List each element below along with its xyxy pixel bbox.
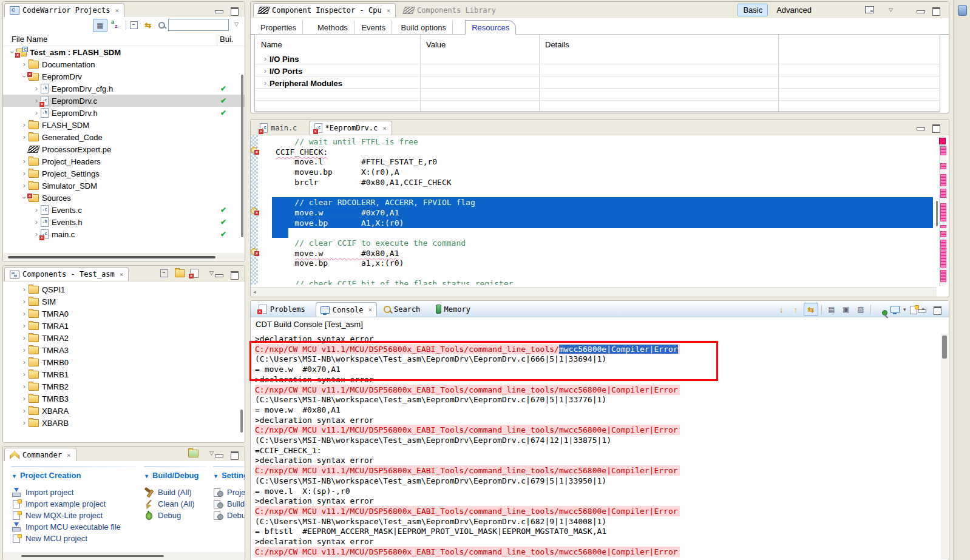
- commander-item-new-mcu-project[interactable]: New MCU project: [12, 534, 87, 543]
- chevron-right-icon[interactable]: ›: [20, 121, 29, 129]
- chevron-right-icon[interactable]: ›: [20, 322, 29, 330]
- scroll-lock-icon[interactable]: ▣: [839, 303, 853, 315]
- chevron-right-icon[interactable]: ›: [261, 79, 270, 87]
- group-title-setting[interactable]: ▼Setting: [213, 471, 245, 480]
- tree-item-test-asm-flash-sdm[interactable]: ›Test_asm : FLASH_SDM: [3, 46, 245, 58]
- table-row-i-o-ports[interactable]: ›I/O Ports: [261, 65, 302, 77]
- view-menu-icon[interactable]: ▽: [234, 21, 239, 27]
- editor-line[interactable]: move.l #FTFL_FSTAT_E,r0: [272, 157, 933, 167]
- chevron-right-icon[interactable]: ›: [32, 206, 41, 214]
- quick-fix-error-icon[interactable]: [251, 248, 259, 256]
- tree-item-eepromdrv-cfg-h[interactable]: ›EepromDrv_cfg.h✔: [3, 83, 245, 95]
- editor-line[interactable]: move.bp A1,X:(r0): [272, 218, 933, 228]
- component-item-sim[interactable]: ›SIM: [3, 295, 245, 308]
- link-with-editor-icon[interactable]: ⇆: [141, 19, 155, 31]
- editor-line[interactable]: [272, 187, 933, 198]
- error-marker[interactable]: [940, 183, 946, 186]
- view-tab-events[interactable]: Events: [355, 21, 392, 34]
- commander-item-import-project[interactable]: Import project: [12, 488, 73, 497]
- console-output[interactable]: >declaration syntax errorC:/nxp/CW MCU v…: [255, 334, 939, 560]
- filter-components-icon[interactable]: [173, 267, 186, 279]
- editor-tab-main-c[interactable]: main.c: [254, 121, 302, 135]
- tab-components[interactable]: Components - Test_asm ×: [4, 267, 129, 281]
- editor-line[interactable]: moveu.bp X:(r0),A: [272, 167, 933, 177]
- tab-codewarrior-projects[interactable]: CodeWarrior Projects ×: [4, 3, 124, 17]
- tab-commander[interactable]: Commander ×: [4, 448, 76, 462]
- console-tab-search[interactable]: Search: [379, 302, 424, 316]
- editor-horizontal-scrollbar[interactable]: ◂: [251, 287, 937, 297]
- filter-input[interactable]: [168, 19, 229, 31]
- error-marker[interactable]: [940, 265, 946, 268]
- console-tab-console[interactable]: Console×: [316, 302, 377, 317]
- component-item-qspi1[interactable]: ›QSPI1: [3, 283, 245, 295]
- close-icon[interactable]: ×: [368, 306, 372, 314]
- maximize-icon[interactable]: [231, 7, 239, 16]
- chevron-right-icon[interactable]: ›: [32, 109, 41, 117]
- word-wrap-icon[interactable]: ▤: [825, 303, 838, 315]
- chevron-right-icon[interactable]: ›: [32, 218, 41, 226]
- error-marker[interactable]: [940, 225, 946, 228]
- component-item-tmrb3[interactable]: ›TMRB3: [3, 393, 245, 405]
- search-icon[interactable]: [155, 19, 168, 31]
- next-error-icon[interactable]: ↓: [775, 303, 788, 315]
- tree-item-generated-code[interactable]: ›Generated_Code: [3, 131, 245, 143]
- editor-tab-eepromdrv-c[interactable]: *EepromDrv.c×: [309, 121, 392, 135]
- tree-item-simulator-sdm[interactable]: ›Simulator_SDM: [3, 180, 245, 192]
- clear-console-icon[interactable]: ▧: [854, 303, 867, 315]
- maximize-icon[interactable]: [932, 7, 940, 16]
- chevron-right-icon[interactable]: ›: [20, 169, 29, 178]
- quick-fix-error-icon[interactable]: [251, 147, 259, 155]
- commander-item-build[interactable]: Build: [213, 499, 245, 508]
- chevron-right-icon[interactable]: ›: [261, 55, 270, 63]
- component-item-tmrb0[interactable]: ›TMRB0: [3, 356, 245, 368]
- view-tab-build-options[interactable]: Build options: [395, 21, 453, 34]
- table-row-peripheral-modules[interactable]: ›Peripheral Modules: [261, 77, 342, 89]
- view-mode-icon[interactable]: ▦: [93, 19, 107, 32]
- maximize-icon[interactable]: [934, 306, 941, 315]
- view-menu-icon[interactable]: ▽: [209, 270, 214, 276]
- chevron-right-icon[interactable]: ›: [20, 394, 29, 403]
- tree-item-sources[interactable]: ›Sources: [3, 192, 245, 204]
- commander-item-debug[interactable]: Debug: [144, 511, 181, 520]
- component-item-xbara[interactable]: ›XBARA: [3, 405, 245, 417]
- error-marker[interactable]: [940, 152, 946, 155]
- editor-line[interactable]: // check CCIF bit of the flash status re…: [272, 278, 933, 285]
- component-item-tmra1[interactable]: ›TMRA1: [3, 320, 245, 332]
- chevron-right-icon[interactable]: ›: [20, 181, 29, 190]
- component-item-tmra0[interactable]: ›TMRA0: [3, 308, 245, 320]
- tab-components-library[interactable]: Components Library: [398, 3, 501, 17]
- editor-line[interactable]: [272, 268, 933, 278]
- error-marker[interactable]: [940, 279, 946, 282]
- chevron-right-icon[interactable]: ›: [20, 346, 29, 354]
- export-component-icon[interactable]: [188, 267, 201, 279]
- close-icon[interactable]: ×: [120, 271, 124, 278]
- chevron-right-icon[interactable]: ›: [20, 285, 29, 294]
- fast-view-icon[interactable]: [958, 5, 967, 16]
- tree-item-events-c[interactable]: ›Events.c✔: [3, 204, 245, 216]
- chevron-right-icon[interactable]: ›: [20, 419, 29, 427]
- error-marker[interactable]: [940, 195, 946, 198]
- commander-horizontal-scrollbar[interactable]: [3, 552, 245, 560]
- sort-az-icon[interactable]: [109, 19, 122, 31]
- close-icon[interactable]: ×: [67, 451, 71, 459]
- previous-error-icon[interactable]: ↑: [789, 303, 802, 315]
- collapse-all-icon[interactable]: [157, 267, 171, 279]
- display-console-icon[interactable]: [889, 303, 902, 315]
- error-marker[interactable]: [940, 166, 946, 169]
- editor-line[interactable]: // wait until FTFL is free: [272, 137, 933, 147]
- error-marker[interactable]: [940, 246, 946, 249]
- commander-item-debug[interactable]: Debug: [213, 511, 245, 520]
- close-icon[interactable]: ×: [382, 124, 387, 132]
- maximize-icon[interactable]: [231, 271, 239, 280]
- editor-line[interactable]: move.w #0x70,A1: [272, 207, 933, 218]
- tree-item-eepromdrv[interactable]: ›EepromDrv: [3, 70, 245, 83]
- tree-item-events-h[interactable]: ›Events.h✔: [3, 216, 245, 228]
- group-title-build-debug[interactable]: ▼Build/Debug: [144, 471, 198, 480]
- code-editor[interactable]: // wait until FTFL is freeCCIF_CHECK: mo…: [272, 137, 933, 285]
- component-item-tmrb1[interactable]: ›TMRB1: [3, 368, 245, 380]
- tree-item-project-headers[interactable]: ›Project_Headers: [3, 155, 245, 167]
- collapse-all-icon[interactable]: [127, 19, 140, 31]
- basic-mode-button[interactable]: Basic: [738, 4, 768, 16]
- column-file-name[interactable]: File Name: [12, 35, 47, 44]
- chevron-right-icon[interactable]: ›: [20, 297, 29, 306]
